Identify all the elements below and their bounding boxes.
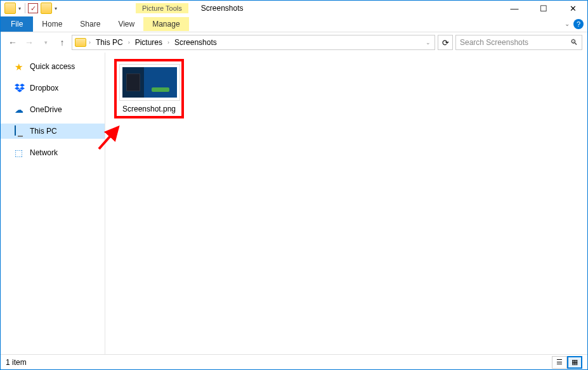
address-history-icon[interactable]: ⌄ (424, 39, 432, 46)
star-icon: ★ (15, 61, 25, 72)
tab-manage[interactable]: Manage (143, 17, 188, 31)
svg-line-0 (99, 127, 118, 149)
address-bar[interactable]: › This PC › Pictures › Screenshots ⌄ (72, 35, 435, 50)
forward-button[interactable]: → (22, 35, 36, 49)
context-tab-label: Picture Tools (136, 3, 188, 13)
close-button[interactable]: ✕ (558, 1, 587, 16)
recent-locations-icon[interactable]: ▾ (39, 35, 53, 49)
sidebar-item-label: Quick access (30, 62, 75, 71)
monitor-icon (15, 126, 25, 136)
sidebar-item-label: OneDrive (30, 105, 62, 114)
sidebar-item-label: Network (30, 148, 58, 157)
breadcrumb-screenshots[interactable]: Screenshots (172, 38, 219, 47)
file-thumbnail (119, 64, 180, 101)
folder-icon (75, 38, 86, 47)
up-button[interactable]: ↑ (55, 35, 69, 49)
breadcrumb-this-pc[interactable]: This PC (93, 38, 126, 47)
chevron-right-icon[interactable]: › (127, 39, 131, 46)
search-box[interactable]: 🔍︎ (455, 35, 582, 50)
search-icon[interactable]: 🔍︎ (570, 38, 578, 47)
status-item-count: 1 item (6, 358, 552, 367)
quick-access-toolbar: ▾ ✓ ▾ (1, 3, 58, 14)
help-icon[interactable]: ? (573, 19, 584, 29)
chevron-right-icon[interactable]: › (88, 39, 92, 46)
properties-icon[interactable]: ✓ (28, 3, 38, 13)
file-name-label: Screenshot.png (119, 103, 179, 113)
file-item-screenshot[interactable]: Screenshot.png (114, 59, 184, 118)
qat-dropdown-icon[interactable]: ▾ (17, 6, 22, 11)
annotation-arrow (99, 124, 124, 151)
tab-share[interactable]: Share (71, 17, 109, 31)
breadcrumb-pictures[interactable]: Pictures (133, 38, 165, 47)
sidebar-item-onedrive[interactable]: ☁ OneDrive (1, 102, 105, 117)
chevron-right-icon[interactable]: › (166, 39, 171, 46)
title-bar: ▾ ✓ ▾ Picture Tools Screenshots — ☐ ✕ (1, 1, 587, 16)
dropbox-icon (15, 83, 25, 93)
folder-icon[interactable] (4, 3, 16, 14)
minimize-button[interactable]: — (500, 1, 529, 16)
window-controls: — ☐ ✕ (500, 1, 587, 16)
main-area: ★ Quick access Dropbox ☁ OneDrive This P… (1, 53, 587, 354)
maximize-button[interactable]: ☐ (529, 1, 558, 16)
divider (25, 3, 25, 13)
window-title: Screenshots (201, 4, 244, 13)
sidebar-item-label: This PC (30, 127, 57, 136)
sidebar-item-quick-access[interactable]: ★ Quick access (1, 59, 105, 74)
expand-ribbon-icon[interactable]: ⌄ (565, 20, 570, 27)
ribbon-tabs: File Home Share View Manage ⌄ ? (1, 16, 587, 32)
qat-customize-icon[interactable]: ▾ (53, 6, 58, 11)
sidebar-item-this-pc[interactable]: This PC (1, 124, 105, 139)
search-input[interactable] (460, 38, 570, 47)
cloud-icon: ☁ (15, 105, 25, 115)
thumbnails-view-button[interactable]: ▦ (567, 356, 582, 369)
tab-view[interactable]: View (109, 17, 143, 31)
back-button[interactable]: ← (6, 35, 20, 49)
new-folder-icon[interactable] (41, 3, 52, 14)
sidebar-item-label: Dropbox (30, 84, 58, 92)
file-tab[interactable]: File (1, 16, 33, 32)
view-toggle: ☰ ▦ (552, 356, 582, 369)
details-view-button[interactable]: ☰ (552, 356, 567, 369)
navigation-pane: ★ Quick access Dropbox ☁ OneDrive This P… (1, 53, 105, 354)
sidebar-item-network[interactable]: ⬚ Network (1, 145, 105, 160)
network-icon: ⬚ (15, 148, 25, 158)
file-list-pane[interactable]: Screenshot.png (105, 53, 587, 354)
navigation-bar: ← → ▾ ↑ › This PC › Pictures › Screensho… (1, 32, 587, 53)
status-bar: 1 item ☰ ▦ (1, 354, 587, 369)
tab-home[interactable]: Home (33, 17, 71, 31)
refresh-button[interactable]: ⟳ (438, 35, 453, 50)
sidebar-item-dropbox[interactable]: Dropbox (1, 80, 105, 96)
